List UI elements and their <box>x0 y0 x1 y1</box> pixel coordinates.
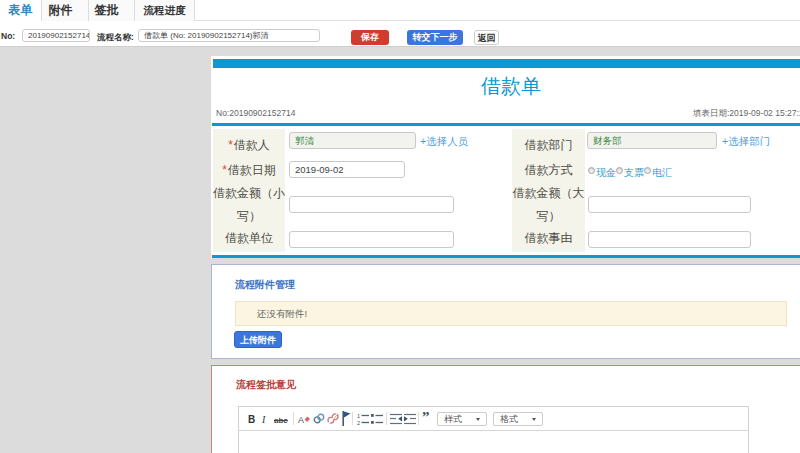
svg-text:A: A <box>298 415 304 425</box>
svg-text:1: 1 <box>357 413 360 419</box>
svg-text:2: 2 <box>357 420 360 425</box>
